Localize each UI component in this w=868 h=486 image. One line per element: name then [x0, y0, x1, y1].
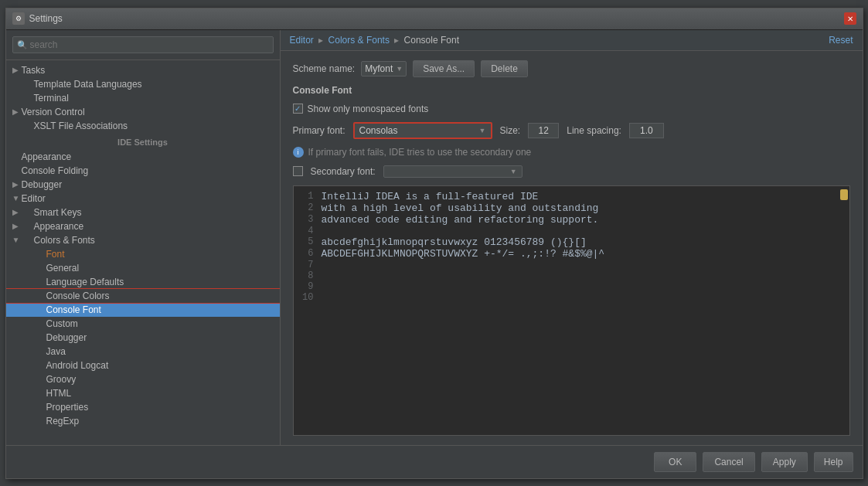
sidebar-item-java[interactable]: Java: [6, 345, 280, 359]
sidebar-item-general[interactable]: General: [6, 261, 280, 275]
sidebar-item-regexp[interactable]: RegExp: [6, 414, 280, 428]
sidebar-item-colors-fonts[interactable]: ▼ Colors & Fonts: [6, 233, 280, 247]
sidebar-item-label: Custom: [46, 318, 78, 329]
size-label: Size:: [500, 125, 521, 136]
settings-window: ⚙ Settings ✕ 🔍 ▶ Tasks Template: [5, 8, 863, 479]
save-as-button[interactable]: Save As...: [413, 60, 475, 77]
title-bar: ⚙ Settings ✕: [6, 8, 863, 30]
info-row: i If primary font fails, IDE tries to us…: [293, 147, 850, 158]
sidebar-item-debugger-colors[interactable]: Debugger: [6, 331, 280, 345]
preview-line-10: 10: [298, 292, 845, 303]
preview-line-8: 8: [298, 270, 845, 281]
breadcrumb-bar: Editor ▸ Colors & Fonts ▸ Console Font R…: [281, 30, 863, 51]
line-spacing-input[interactable]: [629, 123, 664, 138]
search-input[interactable]: [12, 36, 274, 53]
primary-font-value: Consolas: [359, 125, 476, 136]
scheme-dropdown[interactable]: Myfont ▼: [361, 61, 407, 76]
sidebar-item-label: RegExp: [46, 416, 80, 427]
preview-line-7: 7: [298, 260, 845, 270]
sidebar-item-editor-appearance[interactable]: ▶ Appearance: [6, 219, 280, 233]
sidebar-item-android-logcat[interactable]: Android Logcat: [6, 359, 280, 372]
close-button[interactable]: ✕: [844, 12, 856, 25]
sidebar-item-properties[interactable]: Properties: [6, 400, 280, 414]
size-input[interactable]: [528, 123, 559, 138]
sidebar-item-label: Editor: [22, 193, 46, 204]
cancel-button[interactable]: Cancel: [703, 452, 754, 472]
breadcrumb-editor[interactable]: Editor: [290, 35, 314, 46]
sidebar-item-debugger[interactable]: ▶ Debugger: [6, 178, 280, 192]
sidebar-item-console-colors[interactable]: Console Colors: [6, 289, 280, 303]
ok-button[interactable]: OK: [654, 452, 696, 472]
sidebar-item-label: Appearance: [22, 151, 72, 162]
secondary-font-arrow-icon: ▼: [510, 168, 517, 175]
preview-area: 1 IntelliJ IDEA is a full-featured IDE 2…: [293, 185, 850, 436]
sidebar-item-xslt[interactable]: XSLT File Associations: [6, 119, 280, 133]
scheme-row: Scheme name: Myfont ▼ Save As... Delete: [293, 60, 850, 77]
sidebar-item-label: Groovy: [46, 374, 77, 385]
sidebar-item-smart-keys[interactable]: ▶ Smart Keys: [6, 206, 280, 219]
show-monospaced-label: Show only monospaced fonts: [308, 104, 429, 114]
bottom-bar: OK Cancel Apply Help: [6, 445, 863, 478]
ide-settings-header: IDE Settings: [6, 133, 280, 150]
sidebar: 🔍 ▶ Tasks Template Data Languages Termin…: [6, 30, 281, 445]
primary-font-arrow-icon: ▼: [479, 127, 486, 134]
sidebar-item-label: General: [46, 263, 80, 274]
show-monospaced-row: ✓ Show only monospaced fonts: [293, 104, 850, 114]
info-icon: i: [293, 147, 304, 158]
expand-icon: ▶: [12, 66, 22, 74]
preview-line-3: 3 advanced code editing and refactoring …: [298, 214, 845, 226]
sidebar-item-terminal[interactable]: Terminal: [6, 91, 280, 105]
sidebar-item-label: Debugger: [46, 332, 87, 343]
sidebar-item-console-folding[interactable]: Console Folding: [6, 164, 280, 178]
sidebar-item-version-control[interactable]: ▶ Version Control: [6, 105, 280, 119]
sidebar-item-appearance[interactable]: Appearance: [6, 150, 280, 164]
sidebar-item-label: Font: [46, 249, 65, 260]
sidebar-item-label: Smart Keys: [34, 207, 82, 218]
search-box: 🔍: [6, 30, 280, 60]
secondary-font-checkbox[interactable]: [293, 166, 303, 176]
preview-line-1: 1 IntelliJ IDEA is a full-featured IDE: [298, 191, 845, 202]
sidebar-item-label: XSLT File Associations: [34, 121, 128, 131]
sidebar-item-label: Console Font: [46, 304, 101, 315]
sidebar-item-font[interactable]: Font: [6, 247, 280, 261]
scheme-name-label: Scheme name:: [293, 63, 356, 74]
primary-font-label: Primary font:: [293, 125, 345, 136]
reset-link[interactable]: Reset: [829, 35, 853, 46]
primary-font-dropdown[interactable]: Consolas ▼: [353, 122, 492, 139]
panel-body: Scheme name: Myfont ▼ Save As... Delete …: [281, 51, 863, 445]
right-panel: Editor ▸ Colors & Fonts ▸ Console Font R…: [281, 30, 863, 445]
breadcrumb-colors-fonts[interactable]: Colors & Fonts: [328, 35, 390, 46]
info-text: If primary font fails, IDE tries to use …: [308, 147, 532, 158]
preview-scrollbar-thumb[interactable]: [840, 189, 848, 200]
sidebar-item-groovy[interactable]: Groovy: [6, 372, 280, 386]
sidebar-item-label: Properties: [46, 402, 89, 413]
window-title: Settings: [29, 13, 844, 24]
sidebar-item-label: Terminal: [34, 93, 69, 104]
sidebar-item-editor[interactable]: ▼ Editor: [6, 192, 280, 206]
search-icon: 🔍: [17, 39, 28, 49]
sidebar-item-label: Language Defaults: [46, 277, 124, 287]
apply-button[interactable]: Apply: [761, 452, 808, 472]
sidebar-item-label: Console Colors: [46, 291, 110, 301]
sidebar-item-console-font[interactable]: Console Font: [6, 303, 280, 317]
preview-line-6: 6 ABCDEFGHIJKLMNOPQRSTUVWXYZ +-*/= .,;:!…: [298, 248, 845, 260]
show-monospaced-checkbox[interactable]: ✓: [293, 104, 303, 114]
help-button[interactable]: Help: [814, 452, 853, 472]
main-content: 🔍 ▶ Tasks Template Data Languages Termin…: [6, 30, 863, 445]
line-spacing-label: Line spacing:: [567, 125, 621, 136]
primary-font-row: Primary font: Consolas ▼ Size: Line spac…: [293, 122, 850, 139]
scheme-value: Myfont: [365, 63, 393, 74]
sidebar-item-label: Version Control: [22, 107, 85, 117]
sidebar-item-html[interactable]: HTML: [6, 386, 280, 400]
console-font-section-title: Console Font: [293, 85, 850, 96]
breadcrumb-console-font: Console Font: [404, 35, 459, 46]
sidebar-item-custom[interactable]: Custom: [6, 317, 280, 331]
sidebar-item-label: HTML: [46, 388, 72, 399]
secondary-font-row: Secondary font: ▼: [293, 165, 850, 178]
delete-button[interactable]: Delete: [481, 60, 528, 77]
secondary-font-dropdown[interactable]: ▼: [383, 165, 523, 178]
sidebar-item-language-defaults[interactable]: Language Defaults: [6, 275, 280, 289]
sidebar-item-tasks[interactable]: ▶ Tasks: [6, 63, 280, 77]
sidebar-item-template-data-languages[interactable]: Template Data Languages: [6, 77, 280, 91]
sidebar-item-label: Android Logcat: [46, 360, 109, 371]
